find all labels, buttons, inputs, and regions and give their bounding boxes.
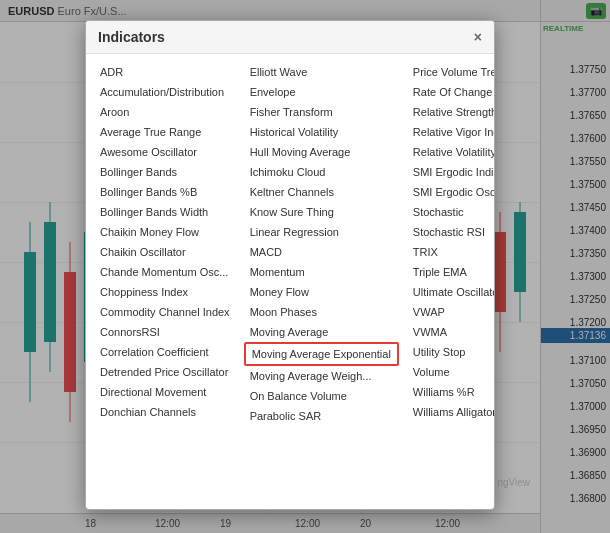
indicator-cci[interactable]: Commodity Channel Index [94,302,236,322]
indicator-ichimoku[interactable]: Ichimoku Cloud [244,162,399,182]
indicator-money-flow[interactable]: Money Flow [244,282,399,302]
indicator-stochastic[interactable]: Stochastic [407,202,494,222]
indicator-kst[interactable]: Know Sure Thing [244,202,399,222]
indicator-donchian[interactable]: Donchian Channels [94,402,236,422]
indicator-smi-osc[interactable]: SMI Ergodic Oscillator [407,182,494,202]
indicator-fisher[interactable]: Fisher Transform [244,102,399,122]
indicator-momentum[interactable]: Momentum [244,262,399,282]
indicator-rvi[interactable]: Relative Vigor Index [407,122,494,142]
indicator-rvol[interactable]: Relative Volatility Index [407,142,494,162]
indicator-col-1: ADR Accumulation/Distribution Aroon Aver… [90,62,240,426]
indicator-vwma[interactable]: VWMA [407,322,494,342]
indicator-hull[interactable]: Hull Moving Average [244,142,399,162]
indicator-williams-r[interactable]: Williams %R [407,382,494,402]
indicator-trix[interactable]: TRIX [407,242,494,262]
indicator-keltner[interactable]: Keltner Channels [244,182,399,202]
indicator-williams-alligator[interactable]: Williams Alligator [407,402,494,422]
indicator-elliott[interactable]: Elliott Wave [244,62,399,82]
indicator-stoch-rsi[interactable]: Stochastic RSI [407,222,494,242]
indicator-parabolic[interactable]: Parabolic SAR [244,406,399,426]
indicator-linear-reg[interactable]: Linear Regression [244,222,399,242]
indicator-wma[interactable]: Moving Average Weigh... [244,366,399,386]
indicator-triple-ema[interactable]: Triple EMA [407,262,494,282]
indicator-rsi[interactable]: Relative Strength Index [407,102,494,122]
modal-header: Indicators × [86,21,494,54]
indicator-smi-ind[interactable]: SMI Ergodic Indicator [407,162,494,182]
indicator-macd[interactable]: MACD [244,242,399,262]
indicator-chaikin-osc[interactable]: Chaikin Oscillator [94,242,236,262]
indicator-correlation[interactable]: Correlation Coefficient [94,342,236,362]
indicator-ma[interactable]: Moving Average [244,322,399,342]
indicator-aroon[interactable]: Aroon [94,102,236,122]
indicator-utility[interactable]: Utility Stop [407,342,494,362]
indicator-chaikin-mf[interactable]: Chaikin Money Flow [94,222,236,242]
indicator-pvt[interactable]: Price Volume Trend [407,62,494,82]
indicator-directional[interactable]: Directional Movement [94,382,236,402]
indicator-awesome[interactable]: Awesome Oscillator [94,142,236,162]
indicator-envelope[interactable]: Envelope [244,82,399,102]
indicator-volume[interactable]: Volume [407,362,494,382]
indicator-connors[interactable]: ConnorsRSI [94,322,236,342]
indicator-bollinger-b[interactable]: Bollinger Bands %B [94,182,236,202]
indicator-accumulation[interactable]: Accumulation/Distribution [94,82,236,102]
modal-body[interactable]: ADR Accumulation/Distribution Aroon Aver… [86,54,494,504]
indicator-ema[interactable]: Moving Average Exponential [244,342,399,366]
indicator-obv[interactable]: On Balance Volume [244,386,399,406]
indicators-modal: Indicators × ADR Accumulation/Distributi… [85,20,495,510]
indicator-col-2: Elliott Wave Envelope Fisher Transform H… [240,62,403,426]
indicator-atr[interactable]: Average True Range [94,122,236,142]
modal-title: Indicators [98,29,165,45]
indicator-adr[interactable]: ADR [94,62,236,82]
indicator-hist-vol[interactable]: Historical Volatility [244,122,399,142]
indicator-bollinger[interactable]: Bollinger Bands [94,162,236,182]
indicator-roc[interactable]: Rate Of Change [407,82,494,102]
indicator-choppiness[interactable]: Choppiness Index [94,282,236,302]
indicator-vwap[interactable]: VWAP [407,302,494,322]
indicator-chande[interactable]: Chande Momentum Osc... [94,262,236,282]
indicator-grid: ADR Accumulation/Distribution Aroon Aver… [90,62,490,426]
indicator-detrended[interactable]: Detrended Price Oscillator [94,362,236,382]
indicator-col-3: Price Volume Trend Rate Of Change Relati… [403,62,494,426]
indicator-ultimate[interactable]: Ultimate Oscillator [407,282,494,302]
modal-close-button[interactable]: × [474,29,482,45]
indicator-bollinger-w[interactable]: Bollinger Bands Width [94,202,236,222]
indicator-moon[interactable]: Moon Phases [244,302,399,322]
